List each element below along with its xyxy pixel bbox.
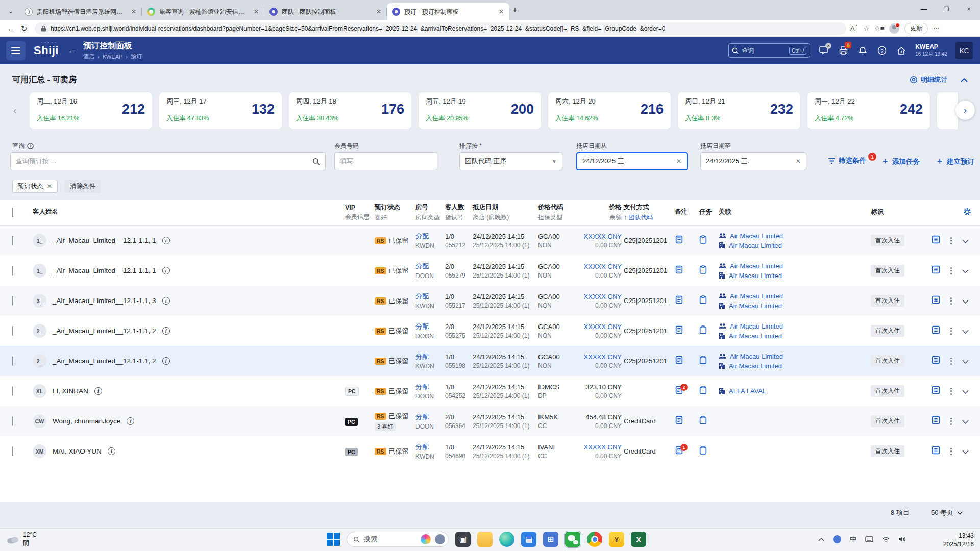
availability-card[interactable]: 周三, 12月 17 入住率 47.83% 132 — [159, 92, 282, 129]
notes-icon[interactable] — [675, 297, 683, 306]
row-menu-icon[interactable] — [950, 267, 952, 274]
volume-icon[interactable] — [898, 536, 905, 542]
task-clipboard-icon[interactable] — [699, 387, 707, 396]
linked-profile-item[interactable]: Air Macau Limited — [719, 271, 871, 281]
price[interactable]: 454.48 CNY — [574, 413, 622, 421]
tray-app-icon[interactable] — [833, 535, 841, 543]
linked-profile-item[interactable]: Air Macau Limited — [719, 301, 871, 311]
notes-icon[interactable] — [675, 267, 683, 276]
status-filter-chip[interactable]: 预订状态✕ — [12, 180, 58, 193]
window-restore-button[interactable]: ❐ — [935, 0, 958, 18]
column-header[interactable]: 价格 余额 — [574, 203, 624, 222]
guest-name[interactable]: _Air_Macau_Limited__12.1-1.1, 3 — [53, 297, 156, 305]
room-link[interactable]: 分配 — [415, 292, 445, 301]
price[interactable]: XXXXX CNY — [574, 323, 622, 331]
search-icon[interactable] — [312, 158, 320, 165]
linked-profile-item[interactable]: Air Macau Limited — [719, 291, 871, 301]
edge-browser-icon[interactable] — [499, 532, 514, 547]
folio-icon[interactable] — [932, 356, 940, 366]
guest-name[interactable]: Wong, chunmanJoyce — [53, 417, 120, 425]
room-link[interactable]: 分配 — [415, 232, 445, 241]
clear-icon[interactable]: ✕ — [676, 158, 681, 165]
linked-profile-item[interactable]: Air Macau Limited — [719, 321, 871, 331]
notes-icon[interactable]: 2 — [675, 387, 683, 396]
row-menu-icon[interactable] — [950, 237, 952, 244]
folio-icon[interactable] — [932, 325, 940, 336]
keyboard-icon[interactable] — [865, 536, 873, 542]
member-input[interactable]: 填写 — [334, 152, 437, 170]
tray-expand-icon[interactable] — [818, 537, 824, 541]
room-link[interactable]: 分配 — [415, 412, 445, 421]
read-aloud-icon[interactable]: A⌃ — [850, 24, 858, 32]
guest-name[interactable]: _Air_Macau_Limited__12.1-1.1, 2 — [53, 357, 156, 365]
tab-close-icon[interactable]: ✕ — [252, 8, 260, 15]
breadcrumb-property[interactable]: KWEAP — [103, 54, 123, 60]
task-clipboard-icon[interactable] — [699, 237, 707, 245]
row-menu-icon[interactable] — [950, 297, 952, 305]
linked-profile-label[interactable]: Air Macau Limited — [729, 301, 782, 311]
folio-icon[interactable] — [932, 386, 940, 396]
arrival-from-input[interactable]: 24/12/2025 三. ✕ — [576, 152, 688, 170]
room-link[interactable]: 分配 — [415, 322, 445, 331]
clear-filters-chip[interactable]: 清除条件 — [65, 180, 101, 193]
row-checkbox[interactable] — [12, 296, 13, 306]
arrival-to-input[interactable]: 24/12/2025 三. ✕ — [700, 152, 806, 170]
browser-tab[interactable]: 旅客查询 - 紫楠旅馆业治安信息管 ✕ — [142, 3, 264, 20]
carousel-prev-icon[interactable]: ‹ — [13, 105, 17, 116]
tab-search-button[interactable]: ⌄ — [4, 5, 17, 18]
column-header[interactable]: 支付方式 ↑ 团队代码 — [624, 203, 675, 222]
table-row[interactable]: 2_ _Air_Macau_Limited__12.1-1.1, 2 i RS已… — [0, 346, 980, 376]
linked-profile-label[interactable]: ALFA LAVAL — [729, 386, 766, 396]
taskbar-clock[interactable]: 13:43 2025/12/16 — [943, 532, 974, 549]
finance-app-icon[interactable]: ¥ — [609, 532, 624, 547]
linked-profile-item[interactable]: ALFA LAVAL — [719, 386, 871, 396]
price[interactable]: XXXXX CNY — [574, 443, 622, 451]
browser-tab[interactable]: 团队 - 团队控制面板 ✕ — [264, 3, 387, 20]
availability-card[interactable]: 周日, 12月 21 入住率 8.3% 232 — [678, 92, 800, 129]
info-icon[interactable]: i — [127, 417, 134, 425]
row-checkbox[interactable] — [12, 356, 13, 366]
room-link[interactable]: 分配 — [415, 352, 445, 361]
browser-menu-icon[interactable]: ⋯ — [933, 24, 940, 32]
linked-profile-label[interactable]: Air Macau Limited — [730, 321, 783, 331]
folio-icon[interactable] — [932, 416, 940, 427]
property-info[interactable]: KWEAP 16 12月 13:42 — [915, 43, 947, 58]
filter-conditions-button[interactable]: 筛选条件 1 — [828, 156, 877, 165]
linked-profile-item[interactable]: Air Macau Limited — [719, 231, 871, 241]
row-expand-icon[interactable] — [962, 266, 969, 276]
sort-select[interactable]: 团队代码 正序 ▼ — [459, 152, 562, 170]
notes-icon[interactable] — [675, 327, 683, 336]
price[interactable]: XXXXX CNY — [574, 233, 622, 240]
taskbar-search[interactable]: 搜索 — [347, 532, 449, 547]
window-close-button[interactable]: × — [958, 0, 980, 18]
refresh-icon[interactable]: ↻ — [17, 24, 31, 33]
column-header[interactable]: 抵店日期 离店 (房晚数) — [473, 203, 538, 222]
task-clipboard-icon[interactable] — [699, 297, 707, 306]
table-row[interactable]: XM MAI, XIAO YUN i PC RS已保留 分配KWDN 1/005… — [0, 436, 980, 466]
guest-name[interactable]: MAI, XIAO YUN — [53, 447, 102, 455]
task-clipboard-icon[interactable] — [699, 357, 707, 366]
info-icon[interactable]: i — [162, 267, 170, 274]
table-row[interactable]: 3_ _Air_Macau_Limited__12.1-1.1, 3 i RS已… — [0, 286, 980, 316]
room-link[interactable]: 分配 — [415, 262, 445, 271]
row-menu-icon[interactable] — [950, 328, 952, 335]
calculator-icon[interactable]: ⊞ — [543, 532, 558, 547]
excel-icon[interactable]: X — [631, 532, 646, 547]
table-row[interactable]: XL LI, XINRAN i PC RS已保留 分配DOON 1/005425… — [0, 376, 980, 406]
price[interactable]: XXXXX CNY — [574, 353, 622, 361]
task-clipboard-icon[interactable] — [699, 417, 707, 426]
table-row[interactable]: 1_ _Air_Macau_Limited__12.1-1.1, 1 i RS已… — [0, 226, 980, 256]
task-clipboard-icon[interactable] — [699, 327, 707, 336]
back-icon[interactable]: ← — [4, 24, 17, 33]
taskbar-store-icon[interactable]: ▤ — [521, 532, 536, 547]
messages-icon[interactable]: ✕ — [818, 45, 829, 56]
row-expand-icon[interactable] — [962, 357, 969, 366]
guest-name[interactable]: _Air_Macau_Limited__12.1-1.1, 2 — [53, 327, 156, 335]
collapse-section-icon[interactable] — [961, 78, 968, 82]
new-tab-button[interactable]: + — [512, 5, 518, 15]
availability-card[interactable]: 周一, 12月 22 入住率 4.72% 242 — [807, 92, 930, 129]
price[interactable]: XXXXX CNY — [574, 293, 622, 300]
favorite-star-icon[interactable]: ☆ — [863, 24, 869, 32]
task-clipboard-icon[interactable] — [699, 447, 707, 456]
table-settings-gear-icon[interactable] — [963, 207, 972, 218]
